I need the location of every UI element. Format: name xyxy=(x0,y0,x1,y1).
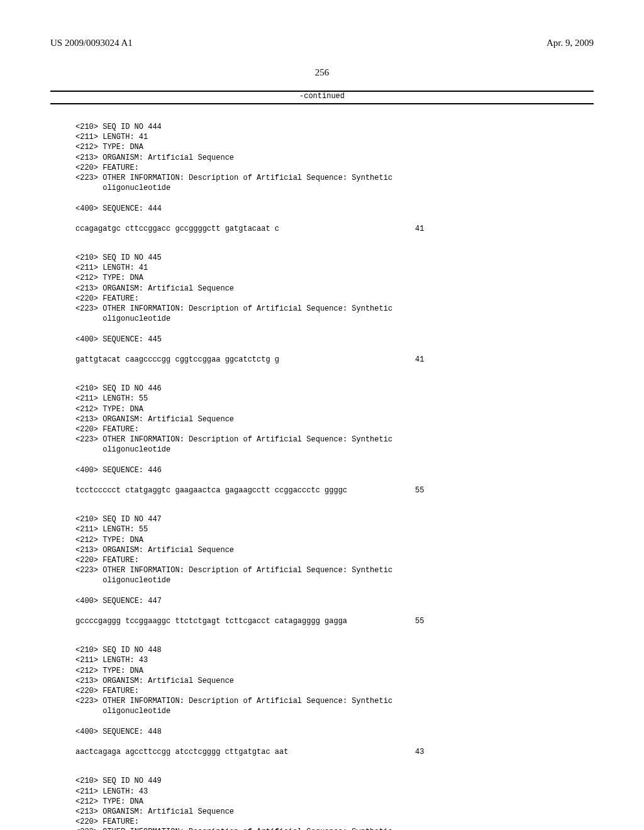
tag-220: <220> xyxy=(75,294,103,303)
seq-length: 41 xyxy=(139,133,148,141)
continued-label: -continued xyxy=(50,92,594,101)
sequence-text: gattgtacat caagccccgg cggtccggaa ggcatct… xyxy=(75,355,279,364)
seq-organism: Artificial Sequence xyxy=(148,677,234,685)
seq-other-info-cont: oligonucleotide xyxy=(103,445,170,454)
tag-223: <223> xyxy=(75,304,103,313)
sequence-text: gccccgaggg tccggaaggc ttctctgagt tcttcga… xyxy=(75,617,347,626)
page-container: US 2009/0093024 A1 Apr. 9, 2009 256 -con… xyxy=(0,0,644,830)
tag-223: <223> xyxy=(75,697,103,706)
seq-other-info: OTHER INFORMATION: Description of Artifi… xyxy=(103,566,392,575)
seq-feature: FEATURE: xyxy=(103,425,139,434)
seq-other-info: OTHER INFORMATION: Description of Artifi… xyxy=(103,827,392,830)
seq-feature: FEATURE: xyxy=(103,556,139,565)
tag-212: <212> TYPE: xyxy=(75,667,130,675)
tag-400: <400> xyxy=(75,204,103,213)
seq-other-info: OTHER INFORMATION: Description of Artifi… xyxy=(103,174,392,182)
sequence-block: <210> SEQ ID NO 446 <211> LENGTH: 55 <21… xyxy=(50,384,594,495)
divider-bottom xyxy=(50,103,594,104)
tag-210: <210> SEQ ID NO xyxy=(75,646,148,655)
sequence-count: 55 xyxy=(415,486,424,495)
tag-220: <220> xyxy=(75,687,103,695)
tag-210: <210> SEQ ID NO xyxy=(75,123,148,131)
seq-type: DNA xyxy=(130,143,143,152)
seq-other-info: OTHER INFORMATION: Description of Artifi… xyxy=(103,697,392,706)
sequence-count: 55 xyxy=(415,617,424,626)
indent xyxy=(75,707,103,716)
seq-label: SEQUENCE: 448 xyxy=(103,728,162,736)
tag-211: <211> LENGTH: xyxy=(75,787,139,796)
sequence-count: 41 xyxy=(415,224,424,233)
seq-type: DNA xyxy=(130,274,143,282)
tag-213: <213> ORGANISM: xyxy=(75,153,148,162)
sequence-block: <210> SEQ ID NO 445 <211> LENGTH: 41 <21… xyxy=(50,253,594,365)
seq-organism: Artificial Sequence xyxy=(148,415,234,424)
tag-213: <213> ORGANISM: xyxy=(75,677,148,685)
indent xyxy=(75,445,103,454)
seq-other-info-cont: oligonucleotide xyxy=(103,314,170,323)
seq-label: SEQUENCE: 446 xyxy=(103,466,162,475)
tag-212: <212> TYPE: xyxy=(75,405,130,414)
tag-400: <400> xyxy=(75,466,103,475)
seq-id: 446 xyxy=(148,384,162,393)
tag-210: <210> SEQ ID NO xyxy=(75,253,148,262)
seq-type: DNA xyxy=(130,797,143,806)
seq-type: DNA xyxy=(130,405,143,414)
tag-212: <212> TYPE: xyxy=(75,536,130,545)
indent xyxy=(75,576,103,585)
indent xyxy=(75,314,103,323)
seq-id: 448 xyxy=(148,646,162,655)
seq-label: SEQUENCE: 444 xyxy=(103,204,162,213)
seq-other-info-cont: oligonucleotide xyxy=(103,576,170,585)
tag-210: <210> SEQ ID NO xyxy=(75,777,148,785)
sequence-block: <210> SEQ ID NO 449 <211> LENGTH: 43 <21… xyxy=(50,776,594,830)
tag-220: <220> xyxy=(75,425,103,434)
tag-212: <212> TYPE: xyxy=(75,143,130,152)
sequence-block: <210> SEQ ID NO 444 <211> LENGTH: 41 <21… xyxy=(50,122,594,234)
tag-223: <223> xyxy=(75,566,103,575)
page-number: 256 xyxy=(50,67,594,78)
seq-other-info: OTHER INFORMATION: Description of Artifi… xyxy=(103,304,392,313)
sequence-block: <210> SEQ ID NO 447 <211> LENGTH: 55 <21… xyxy=(50,514,594,626)
tag-223: <223> xyxy=(75,174,103,182)
seq-feature: FEATURE: xyxy=(103,163,139,172)
tag-211: <211> LENGTH: xyxy=(75,656,139,665)
tag-220: <220> xyxy=(75,163,103,172)
seq-id: 444 xyxy=(148,123,162,131)
tag-223: <223> xyxy=(75,435,103,444)
sequence-text: ccagagatgc cttccggacc gccggggctt gatgtac… xyxy=(75,224,279,233)
publication-date: Apr. 9, 2009 xyxy=(547,38,594,48)
seq-organism: Artificial Sequence xyxy=(148,153,234,162)
seq-id: 449 xyxy=(148,777,162,785)
tag-400: <400> xyxy=(75,728,103,736)
sequence-count: 41 xyxy=(415,355,424,364)
seq-length: 55 xyxy=(139,394,148,403)
seq-id: 447 xyxy=(148,515,162,524)
tag-211: <211> LENGTH: xyxy=(75,394,139,403)
tag-213: <213> ORGANISM: xyxy=(75,284,148,293)
seq-other-info-cont: oligonucleotide xyxy=(103,184,170,192)
tag-400: <400> xyxy=(75,335,103,344)
tag-400: <400> xyxy=(75,597,103,606)
seq-length: 43 xyxy=(139,787,148,796)
seq-length: 43 xyxy=(139,656,148,665)
sequence-count: 43 xyxy=(415,748,424,756)
tag-211: <211> LENGTH: xyxy=(75,525,139,534)
tag-213: <213> ORGANISM: xyxy=(75,546,148,555)
tag-211: <211> LENGTH: xyxy=(75,263,139,272)
tag-213: <213> ORGANISM: xyxy=(75,415,148,424)
tag-213: <213> ORGANISM: xyxy=(75,807,148,816)
publication-number: US 2009/0093024 A1 xyxy=(50,38,133,48)
tag-212: <212> TYPE: xyxy=(75,797,130,806)
sequence-text: aactcagaga agccttccgg atcctcgggg cttgatg… xyxy=(75,748,288,756)
page-header: US 2009/0093024 A1 Apr. 9, 2009 xyxy=(50,38,594,48)
tag-212: <212> TYPE: xyxy=(75,274,130,282)
sequence-text: tcctccccct ctatgaggtc gaagaactca gagaagc… xyxy=(75,486,347,495)
tag-220: <220> xyxy=(75,817,103,826)
seq-organism: Artificial Sequence xyxy=(148,807,234,816)
seq-other-info: OTHER INFORMATION: Description of Artifi… xyxy=(103,435,392,444)
seq-feature: FEATURE: xyxy=(103,294,139,303)
seq-length: 41 xyxy=(139,263,148,272)
seq-label: SEQUENCE: 445 xyxy=(103,335,162,344)
seq-other-info-cont: oligonucleotide xyxy=(103,707,170,716)
seq-label: SEQUENCE: 447 xyxy=(103,597,162,606)
